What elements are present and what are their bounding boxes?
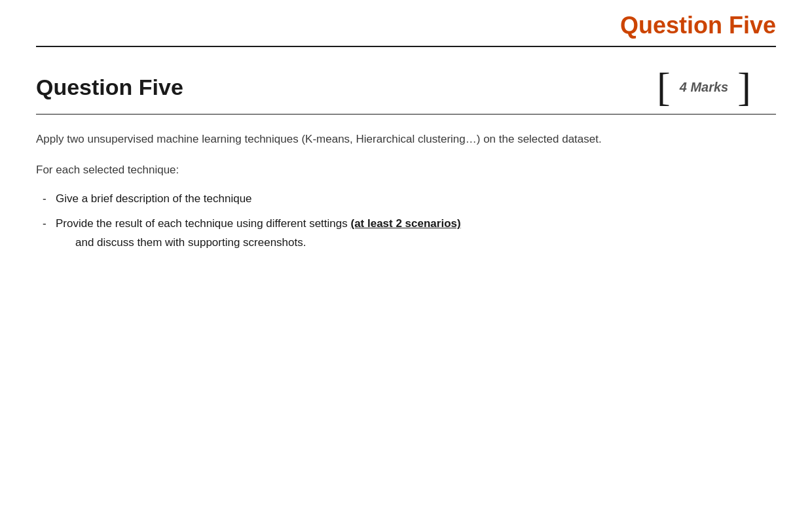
bullet-2-bold: (at least 2 scenarios) [350,217,460,230]
page-container: Question Five Question Five [ 4 Marks ] … [0,0,812,513]
question-header-row: Question Five [ 4 Marks ] [36,67,776,107]
list-item-2: Provide the result of each technique usi… [36,214,776,253]
bullet-2-continuation: and discuss them with supporting screens… [56,236,306,249]
bracket-right-icon: ] [737,67,751,107]
body-paragraph-1: Apply two unsupervised machine learning … [36,130,776,149]
marks-label: 4 Marks [671,80,738,95]
top-header: Question Five [0,0,812,46]
question-divider [36,114,776,115]
bullet-1-text: Give a brief description of the techniqu… [56,192,252,205]
bullet-2-prefix: Provide the result of each technique usi… [56,217,350,230]
marks-bracket: [ 4 Marks ] [632,67,776,107]
for-each-paragraph: For each selected technique: [36,161,776,180]
bullet-list: Give a brief description of the techniqu… [36,189,776,253]
top-page-title: Question Five [620,12,776,39]
main-content: Question Five [ 4 Marks ] Apply two unsu… [0,47,812,277]
bracket-left-icon: [ [657,67,671,107]
list-item-1: Give a brief description of the techniqu… [36,189,776,209]
question-title: Question Five [36,75,183,100]
